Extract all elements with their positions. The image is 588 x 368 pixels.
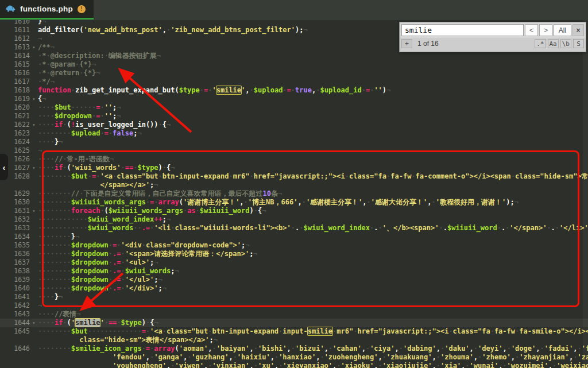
search-toggle-[interactable]: .* <box>535 39 546 48</box>
code-text: /**¬ <box>38 43 55 52</box>
code-text: 'fendou',·'ganga',·'guzhang',·'haixiu',·… <box>38 353 588 362</box>
add-search-option-button[interactable]: + <box>401 39 412 48</box>
code-editor-window: 1610}¬1611add_filter('new_add_btns_post'… <box>0 0 588 368</box>
code-text: ····//·常-用-语函数¬ <box>38 155 114 164</box>
fold-marker[interactable]: ▾ <box>30 43 38 52</box>
code-line[interactable]: 1628········$but·=·'<a·class="but·btn-in… <box>0 172 588 181</box>
fold-gutter <box>30 241 38 250</box>
code-line[interactable]: 1638········$dropdown·.=·$wiui_words;¬ <box>0 267 588 276</box>
line-number: 1620 <box>0 103 30 112</box>
code-line[interactable]: 1614·*·@description:·编辑器按钮扩展¬ <box>0 52 588 60</box>
code-text: ········$wiiuii_words_args·=·array('谢谢博主… <box>38 198 519 207</box>
code-text: ·*·@param·{*}¬ <box>38 60 96 69</box>
code-line[interactable]: 1617·*/¬ <box>0 78 588 86</box>
search-match-status: 1 of 16 <box>417 40 439 48</box>
code-area[interactable]: 1610}¬1611add_filter('new_add_btns_post'… <box>0 17 588 368</box>
line-number: 1639 <box>0 276 30 284</box>
code-line[interactable]: 1642¬ <box>0 301 588 310</box>
code-line[interactable]: 'fendou',·'ganga',·'guzhang',·'haixiu',·… <box>0 353 588 362</box>
fold-gutter <box>30 60 38 69</box>
code-line[interactable]: 1646········$smilie_icon_args·=·array('a… <box>0 344 588 353</box>
code-text: </span></a>';¬ <box>38 181 158 189</box>
code-line[interactable]: 1624····}¬ <box>0 138 588 146</box>
code-line[interactable]: 'youhengheng',·'yiwen',·'yinxian',·'xu',… <box>0 362 588 368</box>
code-line[interactable]: 1619▾{¬ <box>0 95 588 103</box>
code-line[interactable]: 1627▾····if·('wiui_words'·==·$type)·{¬ <box>0 164 588 172</box>
code-line[interactable]: 1637········$dropdown·.=·'<ul>';¬ <box>0 258 588 267</box>
code-text: add_filter('new_add_btns_post',·'zib_new… <box>38 26 308 34</box>
find-previous-button[interactable]: < <box>525 24 538 36</box>
code-line[interactable]: 1616·*·@return·{*}¬ <box>0 69 588 78</box>
code-line[interactable]: 1620····$but······=·'';¬ <box>0 103 588 112</box>
search-toggle-Aa[interactable]: Aa <box>548 39 559 48</box>
close-search-button[interactable]: × <box>572 24 584 36</box>
code-line[interactable]: 1643····//表情¬ <box>0 310 588 319</box>
fold-marker[interactable]: ▾ <box>30 164 38 172</box>
fold-gutter <box>30 267 38 276</box>
find-all-button[interactable]: All <box>554 24 571 36</box>
fold-marker[interactable]: ▾ <box>30 319 38 327</box>
fold-marker[interactable]: ▾ <box>30 121 38 129</box>
line-number: 1615 <box>0 60 30 69</box>
fold-gutter <box>30 198 38 207</box>
search-toggle-S[interactable]: S <box>573 39 584 48</box>
line-number: 1632 <box>0 215 30 224</box>
fold-gutter <box>30 103 38 112</box>
fold-gutter <box>30 78 38 86</box>
fold-marker[interactable]: ▾ <box>30 207 38 215</box>
line-number: 1631 <box>0 207 30 215</box>
tab-title: functions.php <box>20 5 73 13</box>
code-line[interactable]: </span></a>';¬ <box>0 181 588 189</box>
search-panel: < > All × + 1 of 16 .*Aa\bS <box>399 22 586 52</box>
code-line[interactable]: 1645········$but·············=·'<a·class… <box>0 327 588 336</box>
code-text: ········$but·=·'<a·class="but·btn-input-… <box>38 172 588 181</box>
code-line[interactable]: 1641····}¬ <box>0 293 588 301</box>
php-elephant-icon <box>6 5 16 13</box>
code-line[interactable]: 1631▾········foreach·($wiiuii_words_args… <box>0 207 588 215</box>
find-next-button[interactable]: > <box>539 24 552 36</box>
code-text: ····//表情¬ <box>38 310 81 319</box>
fold-gutter <box>30 258 38 267</box>
code-line[interactable]: 1625¬ <box>0 146 588 155</box>
code-line[interactable]: 1618function·zib_get_input_expand_but($t… <box>0 86 588 95</box>
tab-functions-php[interactable]: functions.php ! <box>0 0 94 18</box>
code-line[interactable]: 1639········$dropdown·.=·'</ul>';¬ <box>0 276 588 284</box>
code-line[interactable]: 1630········$wiiuii_words_args·=·array('… <box>0 198 588 207</box>
code-line[interactable]: 1640········$dropdown·.=·'</div>';¬ <box>0 284 588 293</box>
code-text: ¬ <box>38 34 42 43</box>
line-number: 1617 <box>0 78 30 86</box>
line-number <box>0 362 30 368</box>
line-number: 1613 <box>0 43 30 52</box>
code-line[interactable]: 1629········//·下面是自定义常用语，自己自定义喜欢常用语，最后不超… <box>0 189 588 198</box>
code-line[interactable]: 1636········$dropdown·.=·'<span>请选择评论常用语… <box>0 250 588 258</box>
fold-marker[interactable]: ▾ <box>30 95 38 103</box>
fold-gutter <box>30 336 38 344</box>
code-line[interactable]: 1626····//·常-用-语函数¬ <box>0 155 588 164</box>
code-text: 'youhengheng',·'yiwen',·'yinxian',·'xu',… <box>38 362 588 368</box>
code-text: ········$but·············=·'<a·class="bu… <box>38 327 588 336</box>
fold-gutter <box>30 146 38 155</box>
search-toggle-b[interactable]: \b <box>560 39 571 48</box>
line-number: 1646 <box>0 344 30 353</box>
fold-gutter <box>30 172 38 181</box>
code-line[interactable]: 1634········}¬ <box>0 233 588 241</box>
sidebar-collapse-button[interactable]: ‹ <box>0 154 8 180</box>
line-number: 1619 <box>0 95 30 103</box>
code-line[interactable]: 1632············$wiui_word_index++;¬ <box>0 215 588 224</box>
fold-gutter <box>30 250 38 258</box>
code-line[interactable]: 1615·*·@param·{*}¬ <box>0 60 588 69</box>
code-text: function·zib_get_input_expand_but($type·… <box>38 86 390 95</box>
line-number: 1624 <box>0 138 30 146</box>
code-text: ·*·@description:·编辑器按钮扩展¬ <box>38 52 161 60</box>
code-line[interactable]: class="hide-sm">表情</span></a>';¬ <box>0 336 588 344</box>
code-line[interactable]: 1622▾····if·(!is_user_logged_in())·{¬ <box>0 121 588 129</box>
code-line[interactable]: 1644▾····if·('smilie'·==·$type)·{¬ <box>0 319 588 327</box>
scrollbar[interactable] <box>583 20 588 368</box>
code-line[interactable]: 1635········$dropdown·=·'<div·class="dro… <box>0 241 588 250</box>
code-line[interactable]: 1623········$upload·=·false;¬ <box>0 129 588 138</box>
fold-gutter <box>30 353 38 362</box>
code-text: ····$dropdown·=·'';¬ <box>38 112 121 121</box>
search-input[interactable] <box>401 24 524 36</box>
code-line[interactable]: 1621····$dropdown·=·'';¬ <box>0 112 588 121</box>
code-line[interactable]: 1633············$wiui_words··.=·'<li·cla… <box>0 224 588 233</box>
